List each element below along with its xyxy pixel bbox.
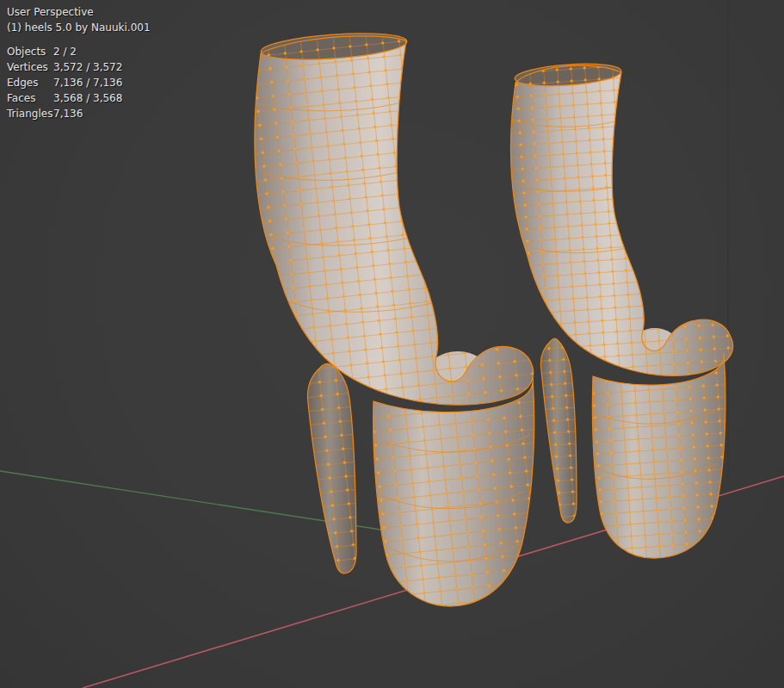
- stat-label: Edges: [7, 75, 53, 90]
- stat-value: 3,568 / 3,568: [53, 90, 122, 106]
- stat-row-vertices: Vertices 3,572 / 3,572: [7, 59, 151, 75]
- scene-statistics: Objects 2 / 2 Vertices 3,572 / 3,572 Edg…: [7, 44, 151, 121]
- stat-row-edges: Edges 7,136 / 7,136: [7, 75, 151, 90]
- stat-value: 7,136 / 7,136: [53, 75, 122, 90]
- right-wireframe-overlay: [495, 52, 753, 568]
- stat-value: 7,136: [53, 106, 83, 121]
- stat-label: Objects: [7, 44, 53, 59]
- mesh-heel-right[interactable]: [495, 52, 753, 568]
- stat-row-triangles: Triangles 7,136: [7, 106, 151, 121]
- stat-value: 3,572 / 3,572: [53, 59, 122, 75]
- active-collection-label: (1) heels 5.0 by Nauuki.001: [7, 20, 151, 35]
- stat-label: Vertices: [7, 59, 53, 75]
- stat-row-objects: Objects 2 / 2: [7, 44, 151, 59]
- left-wireframe-overlay: [241, 22, 551, 624]
- stat-label: Triangles: [7, 106, 53, 121]
- viewport-overlay-text: User Perspective (1) heels 5.0 by Nauuki…: [7, 4, 151, 121]
- mesh-heel-left[interactable]: [241, 22, 551, 624]
- blender-3d-viewport[interactable]: User Perspective (1) heels 5.0 by Nauuki…: [0, 0, 784, 688]
- view-perspective-label: User Perspective: [7, 4, 151, 20]
- stat-label: Faces: [7, 90, 53, 106]
- stat-row-faces: Faces 3,568 / 3,568: [7, 90, 151, 106]
- stat-value: 2 / 2: [53, 44, 77, 59]
